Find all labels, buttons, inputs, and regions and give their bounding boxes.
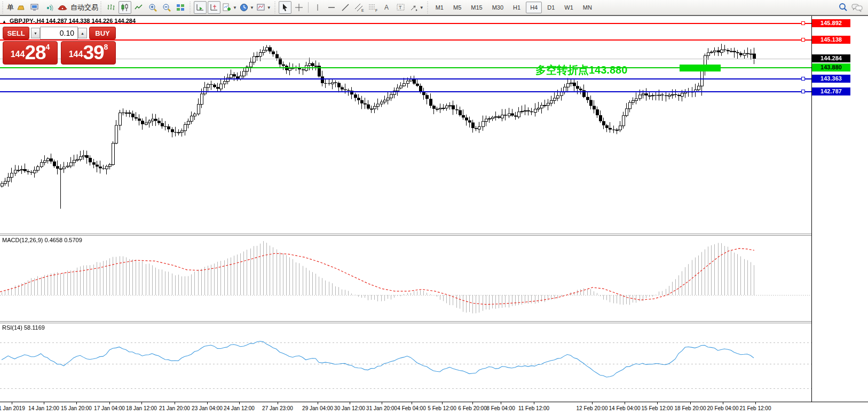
vertical-line-tool[interactable] [311, 1, 324, 14]
timeframe-m5[interactable]: M5 [449, 2, 465, 13]
zoom-in-icon[interactable] [146, 1, 159, 14]
new-order-button[interactable]: 单 [7, 3, 14, 12]
auto-scroll-icon[interactable] [194, 1, 207, 14]
price-badge-143.363: 143.363 [812, 75, 850, 83]
timeframe-d1[interactable]: D1 [543, 2, 559, 13]
main-chart-canvas[interactable] [0, 16, 811, 234]
sell-price-sup: 4 [46, 43, 50, 51]
signals-icon[interactable] [42, 1, 55, 14]
volume-input[interactable] [40, 27, 78, 39]
timeframe-m30[interactable]: M30 [488, 2, 508, 13]
text-tool[interactable]: A [381, 1, 393, 14]
autotrading-icon[interactable] [56, 1, 69, 14]
pane-separator[interactable] [0, 234, 868, 236]
price-badge-142.787: 142.787 [812, 87, 850, 95]
chart-shift-icon[interactable] [208, 1, 220, 14]
time-axis-tick [141, 402, 142, 404]
svg-text:E: E [361, 9, 364, 12]
arrows-tool[interactable]: ▼ [408, 1, 424, 14]
time-axis-tick [442, 402, 443, 404]
text-label-tool[interactable]: T [394, 1, 407, 14]
sell-button[interactable]: SELL [3, 27, 29, 39]
candlestick-chart-icon[interactable] [119, 1, 131, 14]
bar-chart-icon[interactable] [105, 1, 117, 14]
timeframe-mn[interactable]: MN [579, 2, 596, 13]
timeframe-m15[interactable]: M15 [467, 2, 486, 13]
line-endpoint-marker[interactable] [801, 38, 805, 42]
time-axis-label: 12 Feb 20:00 [577, 405, 608, 411]
time-axis-tick [657, 402, 658, 404]
time-axis-label: 24 Jan 12:00 [224, 405, 255, 411]
chart-text-annotation[interactable]: 多空转折点143.880 [535, 63, 627, 77]
rsi-pane-canvas[interactable] [0, 323, 811, 402]
templates-button[interactable]: ▼ [256, 1, 272, 14]
toolbar-grip[interactable] [1, 2, 5, 13]
time-axis-label: 29 Jan 04:00 [302, 405, 333, 411]
horizontal-level-143.363[interactable] [0, 78, 811, 79]
timeframe-h1[interactable]: H1 [509, 2, 525, 13]
toolbar-grip[interactable] [426, 2, 430, 13]
buy-button[interactable]: BUY [89, 27, 116, 39]
time-axis-tick [382, 402, 382, 404]
volume-decrease-button[interactable]: ▼ [31, 28, 40, 38]
timeframe-w1[interactable]: W1 [560, 2, 578, 13]
sell-price-big: 28 [25, 43, 45, 62]
time-axis-label: 27 Jan 23:00 [262, 405, 293, 411]
autotrading-label[interactable]: 自动交易 [70, 3, 98, 12]
symbol-ohlc: 144.287 144.338 144.226 144.284 [46, 18, 136, 24]
line-chart-icon[interactable] [132, 1, 145, 14]
macd-indicator-label: MACD(12,26,9) 0.4658 0.5709 [2, 237, 82, 243]
toolbar-grip[interactable] [188, 2, 192, 13]
symbol-info: ▲ GBPJPY-,H4 144.287 144.338 144.226 144… [2, 18, 136, 24]
line-endpoint-marker[interactable] [801, 90, 805, 93]
line-endpoint-marker[interactable] [801, 21, 805, 25]
highlight-rectangle[interactable] [680, 65, 721, 71]
time-axis-label: 31 Jan 20:00 [366, 405, 397, 411]
horizontal-level-145.138[interactable] [0, 39, 811, 41]
tile-windows-icon[interactable] [174, 1, 187, 14]
toolbar-grip[interactable] [99, 2, 103, 13]
indicators-button[interactable]: ▼ [222, 1, 238, 14]
symbol-name: GBPJPY-,H4 [10, 18, 44, 24]
macd-pane-canvas[interactable] [0, 236, 811, 321]
price-badge-145.892: 145.892 [812, 19, 850, 27]
volume-increase-button[interactable]: ▲ [78, 28, 87, 38]
metaeditor-icon[interactable] [14, 1, 27, 14]
zoom-out-icon[interactable] [160, 1, 173, 14]
toolbar-grip[interactable] [273, 2, 277, 13]
horizontal-level-144.284[interactable] [0, 59, 811, 59]
buy-price-sup: 8 [104, 43, 108, 51]
terminal-icon[interactable] [28, 1, 41, 14]
cursor-tool[interactable] [279, 1, 291, 14]
equidistant-channel-tool[interactable]: E [353, 1, 366, 14]
time-axis-label: 1 Jan 2019 [0, 405, 25, 411]
horizontal-line-tool[interactable] [325, 1, 338, 14]
time-axis-tick [175, 402, 175, 404]
time-axis-tick [109, 402, 110, 404]
time-axis-label: 14 Feb 04:00 [609, 405, 641, 411]
time-axis-tick [12, 402, 12, 404]
price-axis[interactable] [811, 16, 868, 402]
chat-icon[interactable] [850, 1, 864, 14]
time-axis-label: 15 Feb 12:00 [642, 405, 673, 411]
time-axis-label: 14 Jan 12:00 [28, 405, 59, 411]
pane-separator[interactable] [0, 321, 868, 323]
time-axis[interactable]: 1 Jan 201914 Jan 12:0015 Jan 20:0017 Jan… [0, 402, 868, 415]
fibonacci-tool[interactable]: F [367, 1, 380, 14]
buy-price-big: 39 [83, 43, 104, 62]
buy-price-button[interactable]: 144 39 8 [61, 41, 116, 65]
price-badge-145.138: 145.138 [812, 36, 850, 44]
timeframe-m1[interactable]: M1 [431, 2, 448, 13]
time-axis-label: 4 Feb 04:00 [397, 405, 425, 411]
time-axis-label: 5 Feb 12:00 [428, 405, 456, 411]
periods-button[interactable]: ▼ [239, 1, 255, 14]
trendline-tool[interactable] [339, 1, 352, 14]
time-axis-label: 8 Feb 04:00 [486, 405, 515, 411]
search-icon[interactable] [837, 1, 849, 14]
line-endpoint-marker[interactable] [801, 77, 805, 81]
sell-price-button[interactable]: 144 28 4 [3, 41, 58, 65]
timeframe-h4[interactable]: H4 [526, 2, 542, 13]
crosshair-tool[interactable] [293, 1, 305, 14]
horizontal-level-142.787[interactable] [0, 91, 811, 92]
time-axis-tick [239, 402, 240, 404]
